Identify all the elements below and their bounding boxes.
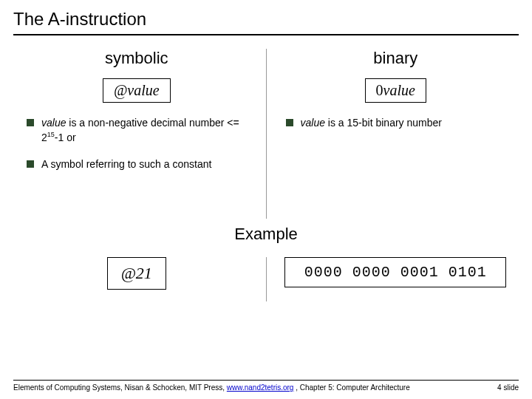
bullet-icon <box>286 119 293 126</box>
example-right-box: 0000 0000 0001 0101 <box>284 257 506 287</box>
list-item: value is a non-negative decimal number <… <box>27 116 256 144</box>
left-heading: symbolic <box>13 49 260 68</box>
example-row: @21 0000 0000 0001 0101 <box>13 257 519 301</box>
t: A symbol referring to such a constant <box>41 158 211 170</box>
title-rule <box>13 34 519 35</box>
page-number: 4 slide <box>497 383 519 392</box>
example-heading: Example <box>13 225 519 244</box>
left-bullets: value is a non-negative decimal number <… <box>13 116 260 171</box>
list-item: value is a 15-bit binary number <box>286 116 515 130</box>
example-left-col: @21 <box>13 257 260 301</box>
right-column: binary 0value value is a 15-bit binary n… <box>273 49 519 219</box>
bullet-icon <box>27 119 34 126</box>
t: 15 <box>47 131 55 138</box>
slide-title: The A-instruction <box>13 7 519 34</box>
left-syntax-box: @value <box>103 78 171 103</box>
footer: Elements of Computing Systems, Nisan & S… <box>13 380 519 392</box>
bullet-text: A symbol referring to such a constant <box>41 157 256 171</box>
left-column: symbolic @value value is a non-negative … <box>13 49 260 219</box>
right-syntax-box: 0value <box>365 78 426 103</box>
right-bullets: value is a 15-bit binary number <box>273 116 519 130</box>
slide: The A-instruction symbolic @value value … <box>0 0 532 399</box>
footer-link[interactable]: www.nand2tetris.org <box>227 383 294 392</box>
example-right-col: 0000 0000 0001 0101 <box>273 257 519 301</box>
vertical-divider <box>266 257 267 301</box>
vertical-divider <box>266 49 267 219</box>
list-item: A symbol referring to such a constant <box>27 157 256 171</box>
bullet-icon <box>27 160 34 168</box>
t: value <box>301 117 325 129</box>
right-box-wrap: 0value <box>273 78 519 103</box>
two-column-region: symbolic @value value is a non-negative … <box>13 49 519 219</box>
bullet-text: value is a non-negative decimal number <… <box>41 116 256 144</box>
bullet-text: value is a 15-bit binary number <box>301 116 515 130</box>
t: is a 15-bit binary number <box>325 117 442 129</box>
left-box-wrap: @value <box>13 78 260 103</box>
example-left-box: @21 <box>107 257 166 290</box>
t: value <box>41 117 66 129</box>
right-heading: binary <box>273 49 519 68</box>
footer-text: Elements of Computing Systems, Nisan & S… <box>13 383 410 392</box>
t: , Chapter 5: Computer Architecture <box>293 383 409 392</box>
t: Elements of Computing Systems, Nisan & S… <box>13 383 227 392</box>
t: -1 or <box>55 132 76 143</box>
